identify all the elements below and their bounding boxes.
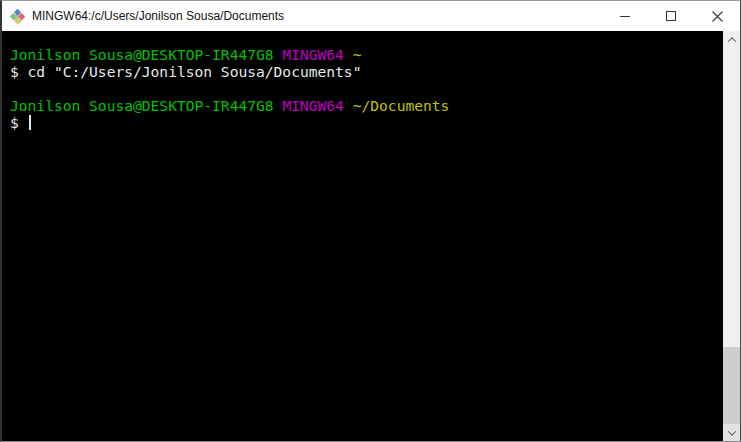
close-icon [712, 11, 723, 22]
terminal-window: MINGW64:/c/Users/Jonilson Sousa/Document… [0, 0, 741, 442]
chevron-down-icon [727, 427, 735, 435]
minimize-button[interactable] [602, 1, 648, 31]
git-bash-icon-diamonds [9, 8, 25, 24]
scrollbar-thumb[interactable] [723, 347, 740, 424]
scroll-up-button[interactable] [723, 31, 740, 48]
terminal-lines: Jonilson Sousa@DESKTOP-IR447G8 MINGW64 ~… [10, 46, 719, 131]
terminal-cursor [29, 115, 31, 130]
terminal-line: $ [10, 114, 719, 131]
terminal-line [10, 80, 719, 97]
close-button[interactable] [694, 1, 740, 31]
terminal-line: Jonilson Sousa@DESKTOP-IR447G8 MINGW64 ~ [10, 46, 719, 63]
window-title: MINGW64:/c/Users/Jonilson Sousa/Document… [32, 9, 602, 23]
maximize-button[interactable] [648, 1, 694, 31]
scrollbar[interactable] [723, 31, 740, 441]
terminal-line: $ cd "C:/Users/Jonilson Sousa/Documents" [10, 63, 719, 80]
scroll-down-button[interactable] [723, 424, 740, 441]
maximize-icon [666, 11, 676, 21]
title-bar[interactable]: MINGW64:/c/Users/Jonilson Sousa/Document… [2, 1, 740, 31]
window-controls [602, 1, 740, 31]
chevron-up-icon [727, 37, 735, 45]
git-bash-icon [9, 8, 25, 24]
terminal-screen[interactable]: Jonilson Sousa@DESKTOP-IR447G8 MINGW64 ~… [2, 31, 723, 441]
terminal-line: Jonilson Sousa@DESKTOP-IR447G8 MINGW64 ~… [10, 97, 719, 114]
minimize-icon [620, 11, 630, 21]
